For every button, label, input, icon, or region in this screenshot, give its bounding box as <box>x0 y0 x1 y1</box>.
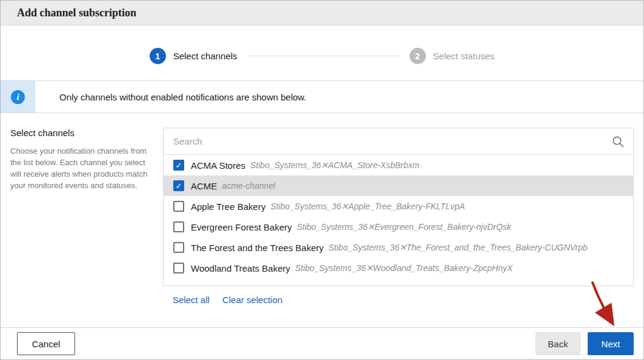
channel-id: Stibo_Systems_36✕Apple_Tree_Bakery-FKLTL… <box>270 201 465 211</box>
channel-id: acme-channel <box>222 181 275 191</box>
info-icon-cell: i <box>1 81 35 113</box>
channel-id: Stibo_Systems_36✕The_Forest_and_the_Tree… <box>328 243 588 252</box>
channel-row-acme[interactable]: ACME acme-channel <box>164 175 633 196</box>
search-icon[interactable] <box>611 135 625 148</box>
channel-name: The Forest and the Trees Bakery <box>191 243 324 253</box>
list-actions: Select all Clear selection <box>163 295 634 305</box>
channel-checkbox[interactable] <box>173 263 184 273</box>
stepper-connector-line <box>247 56 400 56</box>
channel-name: Evergreen Forest Bakery <box>191 222 292 232</box>
channel-id: Stibo_Systems_36✕ACMA_Store-XsbBrbxm <box>250 160 419 170</box>
step-2-circle: 2 <box>410 48 426 64</box>
channel-checkbox[interactable] <box>173 180 184 191</box>
footer-right-buttons: Back Next <box>536 332 634 355</box>
channel-row-forest-and-trees-bakery[interactable]: The Forest and the Trees Bakery Stibo_Sy… <box>164 237 633 258</box>
dialog-content: Select channels Choose your notification… <box>1 113 643 305</box>
select-channels-description-panel: Select channels Choose your notification… <box>10 128 153 305</box>
channel-list-panel: ACMA Stores Stibo_Systems_36✕ACMA_Store-… <box>163 128 634 286</box>
channel-checkbox[interactable] <box>173 160 184 171</box>
search-input[interactable] <box>164 128 633 154</box>
info-banner-text: Only channels without enabled notificati… <box>35 81 307 113</box>
step-select-channels: 1 Select channels <box>150 48 237 64</box>
channel-checkbox[interactable] <box>173 201 184 212</box>
channel-row-woodland-treats-bakery[interactable]: Woodland Treats Bakery Stibo_Systems_36✕… <box>164 258 633 278</box>
channel-name: Apple Tree Bakery <box>191 201 265 212</box>
back-button[interactable]: Back <box>536 332 580 355</box>
step-2-label: Select statuses <box>433 51 495 61</box>
search-row <box>164 128 633 155</box>
info-banner: i Only channels without enabled notifica… <box>1 80 643 113</box>
cancel-button[interactable]: Cancel <box>17 332 75 355</box>
step-select-statuses: 2 Select statuses <box>410 48 495 64</box>
step-1-circle: 1 <box>150 48 166 64</box>
left-panel-description: Choose your notification channels from t… <box>10 146 153 191</box>
wizard-stepper: 1 Select channels 2 Select statuses <box>1 48 643 64</box>
dialog-titlebar: Add channel subscription <box>1 1 643 25</box>
left-panel-title: Select channels <box>10 128 153 138</box>
clear-selection-link[interactable]: Clear selection <box>222 295 282 305</box>
channel-row-evergreen-forest-bakery[interactable]: Evergreen Forest Bakery Stibo_Systems_36… <box>164 217 633 237</box>
channel-id: Stibo_Systems_36✕Evergreen_Forest_Bakery… <box>297 222 511 232</box>
channel-checkbox[interactable] <box>173 221 184 232</box>
channel-name: Woodland Treats Bakery <box>191 263 290 273</box>
next-button[interactable]: Next <box>588 332 634 355</box>
add-channel-subscription-dialog: Add channel subscription 1 Select channe… <box>0 0 644 360</box>
channel-name: ACME <box>191 181 217 191</box>
channel-name: ACMA Stores <box>191 160 245 171</box>
channel-checkbox[interactable] <box>173 242 184 253</box>
channel-row-apple-tree-bakery[interactable]: Apple Tree Bakery Stibo_Systems_36✕Apple… <box>164 196 633 217</box>
select-all-link[interactable]: Select all <box>173 295 210 305</box>
dialog-footer: Cancel Back Next <box>1 327 643 359</box>
channel-id: Stibo_Systems_36✕Woodland_Treats_Bakery-… <box>295 263 513 273</box>
channel-row-acma-stores[interactable]: ACMA Stores Stibo_Systems_36✕ACMA_Store-… <box>164 155 633 175</box>
info-icon: i <box>11 90 25 104</box>
step-1-label: Select channels <box>173 51 237 61</box>
page-title: Add channel subscription <box>17 7 136 19</box>
channel-selection-column: ACMA Stores Stibo_Systems_36✕ACMA_Store-… <box>163 128 634 305</box>
